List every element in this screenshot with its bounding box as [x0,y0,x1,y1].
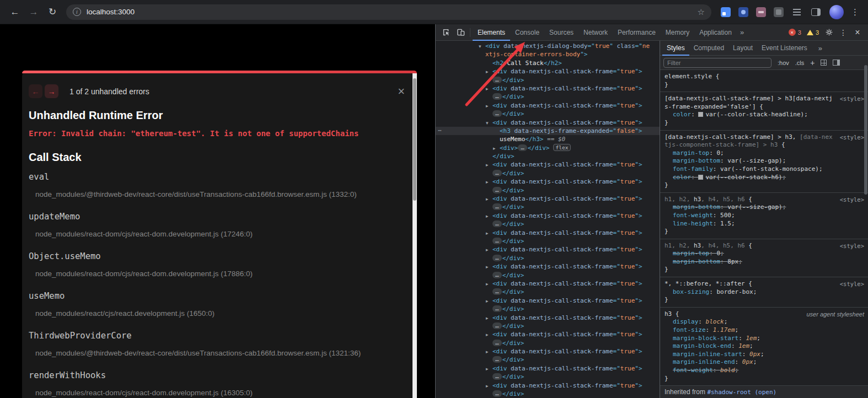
expand-caret-icon[interactable]: ▸ [493,144,500,153]
dom-tree-line[interactable]: ▸<div data-nextjs-call-stack-frame="true… [436,364,660,373]
dom-tree-line[interactable]: …</div> [436,203,660,211]
rule-selector[interactable]: [data-nextjs-call-stack-frame] > h3[data… [665,95,864,111]
dom-tree-line[interactable]: …</div> [436,322,660,330]
devtools-tab-network[interactable]: Network [578,24,613,41]
dom-tree-line[interactable]: ▸<div>…</div>flex [436,144,660,152]
style-property[interactable]: display: block; [665,318,864,326]
profile-avatar[interactable] [829,5,844,19]
devtools-tab-console[interactable]: Console [510,24,544,41]
style-property[interactable]: font-weight: 500; [665,212,864,220]
overlay-scrollbar[interactable] [412,73,417,398]
extension-icon-1[interactable] [721,7,731,17]
devtools-tab-application[interactable]: Application [694,24,737,41]
device-toolbar-icon[interactable] [453,25,468,40]
dom-tree-line[interactable]: …</div> [436,339,660,347]
more-panels-icon[interactable]: » [737,28,747,36]
computed-panel-toggle-icon[interactable] [833,60,840,66]
sidebar-tab-styles[interactable]: Styles [662,41,689,56]
expand-caret-icon[interactable]: ▸ [486,212,492,220]
dom-tree-line[interactable]: …</div> [436,305,660,313]
side-panel-icon[interactable] [811,8,821,16]
forward-button[interactable]: → [24,3,43,21]
grid-overlay-icon[interactable] [821,60,827,66]
expand-inline-icon[interactable]: … [492,390,502,397]
expand-caret-icon[interactable]: ▸ [486,382,492,390]
dom-tree-line[interactable]: ▸<div data-nextjs-call-stack-frame="true… [436,330,660,338]
expand-inline-icon[interactable]: … [492,373,502,380]
close-overlay-icon[interactable]: × [398,85,405,98]
dom-tree-line[interactable]: ▸<div data-nextjs-call-stack-frame="true… [436,67,660,76]
style-property[interactable]: font-size: 1.17em; [665,326,864,335]
extension-icon-4[interactable] [774,7,784,17]
rule-origin-link[interactable]: <style> [840,196,864,204]
dom-tree-line[interactable]: ▸<div data-nextjs-call-stack-frame="true… [436,84,660,93]
expand-inline-icon[interactable]: … [492,170,502,176]
error-badge[interactable]: × 3 [789,29,801,36]
shadow-root-link[interactable]: #shadow-root (open) [707,389,776,396]
bookmark-star-icon[interactable]: ☆ [698,7,705,17]
dom-tree-line[interactable]: …</div> [436,288,660,296]
dom-tree-line[interactable]: ▸<div data-nextjs-call-stack-frame="true… [436,297,660,305]
site-info-icon[interactable]: i [73,8,81,16]
dom-tree-line[interactable]: ▸<div data-nextjs-call-stack-frame="true… [436,245,660,254]
dom-tree-line[interactable]: ▸<div data-nextjs-call-stack-frame="true… [436,101,660,110]
devtools-tab-sources[interactable]: Sources [544,24,578,41]
devtools-tab-performance[interactable]: Performance [613,24,661,41]
style-property[interactable]: margin-block-start: 1em; [665,335,864,343]
dom-tree-line[interactable]: </div> [436,152,660,160]
styles-scrollbar-thumb[interactable] [864,65,867,195]
rule-selector[interactable]: [data-nextjs-call-stack-frame] > h3, [da… [665,133,864,149]
dom-tree-line[interactable]: …</div> [436,93,660,101]
dom-tree-line[interactable]: ▸<div data-nextjs-call-stack-frame="true… [436,262,660,271]
styles-filter-input[interactable] [663,58,771,68]
expand-inline-icon[interactable]: … [492,77,502,83]
dom-tree-line[interactable]: ▸<div data-nextjs-call-stack-frame="true… [436,212,660,220]
node-menu-icon[interactable]: ⋯ [438,127,442,134]
next-error-button[interactable]: → [45,84,58,98]
dom-tree-line[interactable]: …</div> [436,356,660,364]
dom-tree-line[interactable]: ▸<div data-nextjs-call-stack-frame="true… [436,314,660,322]
dom-tree-line[interactable]: <h2>Call Stack</h2> [436,59,660,67]
dom-tree-line[interactable]: ▸<div data-nextjs-call-stack-frame="true… [436,279,660,288]
dom-tree-line[interactable]: …</div> [436,186,660,195]
expand-inline-icon[interactable]: … [492,93,502,100]
devtools-tab-memory[interactable]: Memory [661,24,694,41]
style-property[interactable]: margin-bottom: var(--size-gap); [665,157,864,165]
style-property[interactable]: color: var(--color-stack-h6); [665,174,864,182]
dom-tree-line[interactable]: …</div> [436,373,660,381]
expand-inline-icon[interactable]: … [492,255,502,261]
expand-caret-icon[interactable]: ▸ [486,314,492,322]
expand-inline-icon[interactable]: … [492,322,502,329]
expand-inline-icon[interactable]: … [492,305,502,312]
extension-icon-2[interactable] [738,7,748,17]
devtools-close-icon[interactable]: × [850,25,865,40]
expand-inline-icon[interactable]: … [492,238,502,244]
dom-tree-line[interactable]: ▸<div data-nextjs-call-stack-frame="true… [436,195,660,203]
expand-caret-icon[interactable]: ▸ [486,161,492,169]
browser-menu-icon[interactable]: ⋮ [851,7,859,17]
devtools-menu-icon[interactable]: ⋮ [836,25,850,40]
style-property[interactable]: margin-top: 0; [665,250,864,258]
inspect-element-icon[interactable] [439,25,453,40]
dom-tree-line[interactable]: useMemo</h3> == $0 [436,135,660,143]
rule-origin-link[interactable]: <style> [840,280,864,288]
dom-tree-line[interactable]: …</div> [436,271,660,279]
expand-inline-icon[interactable]: … [492,203,502,210]
expand-inline-icon[interactable]: … [492,187,502,193]
expand-caret-icon[interactable]: ▸ [486,297,492,305]
expand-caret-icon[interactable]: ▸ [486,195,492,203]
style-property[interactable]: font-family: var(--font-stack-monospace)… [665,165,864,174]
expand-caret-icon[interactable]: ▸ [486,348,492,356]
expand-caret-icon[interactable]: ▸ [486,246,492,254]
sidebar-more-tabs-icon[interactable]: » [815,44,826,52]
expand-caret-icon[interactable]: ▸ [486,68,492,76]
expand-inline-icon[interactable]: … [492,288,502,295]
dom-tree-line[interactable]: …</div> [436,237,660,245]
expand-inline-icon[interactable]: … [492,272,502,278]
dom-tree-line[interactable]: ▾<div data-nextjs-dialog-body="true" cla… [436,42,660,50]
previous-error-button[interactable]: ← [29,84,42,98]
style-property[interactable]: line-height: 1.5; [665,220,864,228]
dom-tree-line[interactable]: …</div> [436,390,660,398]
style-property[interactable]: font-weight: bold; [665,367,864,375]
settings-gear-icon[interactable] [822,25,836,40]
